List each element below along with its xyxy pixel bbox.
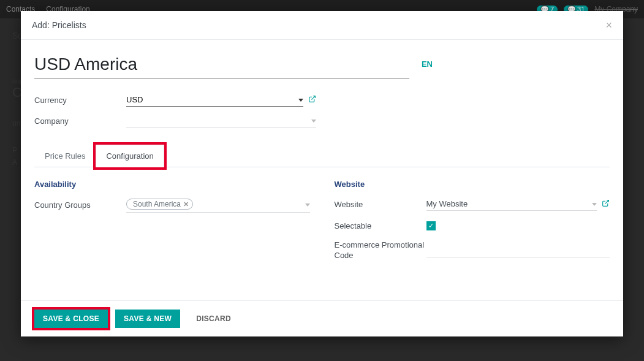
close-icon[interactable]: ×	[605, 20, 612, 31]
modal-dialog: Add: Pricelists × EN Currency Company	[21, 11, 623, 336]
modal-header: Add: Pricelists ×	[21, 11, 623, 40]
company-label: Company	[34, 116, 126, 126]
country-groups-input[interactable]: South America ✕	[126, 197, 310, 213]
discard-button[interactable]: DISCARD	[188, 310, 240, 328]
name-input[interactable]	[34, 53, 409, 78]
ecommerce-code-input[interactable]	[426, 244, 610, 257]
ecommerce-code-label: E-commerce Promotional Code	[335, 240, 426, 261]
modal-body: EN Currency Company Price Rules Configur…	[21, 40, 623, 300]
tag-remove-icon[interactable]: ✕	[183, 200, 189, 208]
tabs: Price Rules Configuration	[34, 145, 610, 167]
save-and-close-button[interactable]: SAVE & CLOSE	[34, 310, 108, 328]
language-button[interactable]: EN	[422, 59, 433, 69]
website-label: Website	[335, 200, 426, 209]
modal-footer: SAVE & CLOSE SAVE & NEW DISCARD	[21, 300, 623, 336]
website-input[interactable]	[426, 197, 597, 211]
selectable-label: Selectable	[335, 221, 426, 230]
modal-title: Add: Pricelists	[32, 20, 86, 30]
tag-label: South America	[133, 200, 181, 208]
company-input[interactable]	[126, 114, 316, 127]
save-and-new-button[interactable]: SAVE & NEW	[115, 310, 180, 328]
currency-input[interactable]	[126, 93, 303, 107]
tab-configuration[interactable]: Configuration	[96, 145, 164, 167]
country-group-tag[interactable]: South America ✕	[126, 199, 193, 210]
currency-label: Currency	[34, 96, 126, 105]
svg-line-1	[605, 200, 608, 204]
tab-price-rules[interactable]: Price Rules	[34, 145, 96, 167]
external-link-icon[interactable]	[602, 199, 610, 209]
availability-title: Availability	[34, 180, 310, 189]
country-groups-label: Country Groups	[34, 200, 126, 210]
selectable-checkbox[interactable]: ✓	[426, 221, 436, 230]
external-link-icon[interactable]	[308, 95, 316, 105]
website-title: Website	[335, 180, 610, 189]
svg-line-0	[311, 96, 315, 100]
